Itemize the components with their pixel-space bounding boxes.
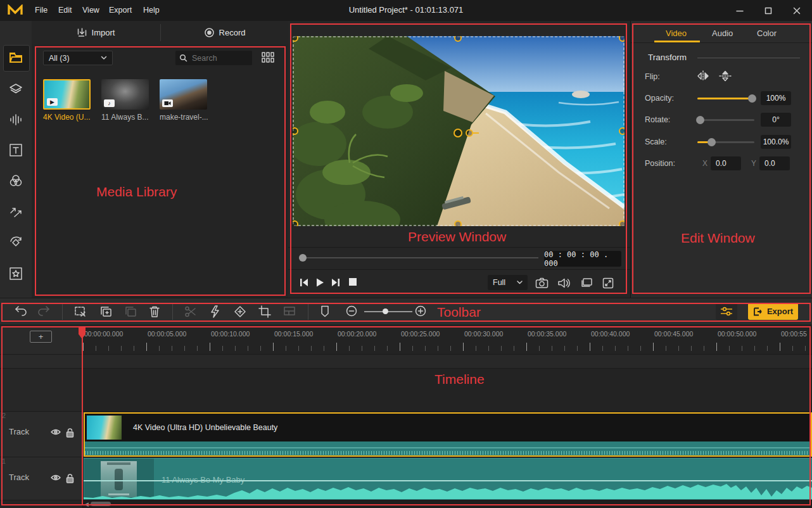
search-input[interactable]: [191, 53, 247, 63]
auto-enhance-icon[interactable]: [210, 305, 222, 318]
flip-horizontal-icon[interactable]: [696, 70, 710, 82]
overlays-layers-icon[interactable]: [8, 82, 23, 97]
clip-thumbnail: [87, 416, 122, 440]
tab-audio[interactable]: Audio: [712, 29, 733, 38]
transitions-icon[interactable]: [8, 204, 23, 219]
marker-icon[interactable]: [320, 305, 333, 318]
opacity-value[interactable]: 100%: [761, 91, 791, 105]
track-2-header[interactable]: 2 Track: [0, 412, 83, 457]
track-name: Track: [9, 473, 29, 482]
timeline-empty-strip[interactable]: [0, 355, 812, 369]
audio-clip[interactable]: 11 Always Be My Baby: [84, 458, 812, 500]
filters-icon[interactable]: [8, 173, 23, 188]
rotate-slider[interactable]: [697, 119, 754, 121]
audio-waveform-icon[interactable]: [8, 112, 23, 127]
title-bar: File Edit View Export Help Untitled Proj…: [0, 0, 812, 22]
text-tool-icon[interactable]: [8, 143, 23, 158]
duplicate-icon[interactable]: [99, 305, 112, 318]
opacity-slider[interactable]: [697, 98, 754, 99]
dual-display-icon[interactable]: [580, 277, 593, 290]
track-visibility-eye-icon[interactable]: [51, 428, 61, 437]
scrollbar-corner: [0, 500, 83, 508]
scrollbar-thumb[interactable]: [91, 502, 111, 506]
media-item-travel[interactable]: make-travel-...: [160, 79, 208, 122]
toolbar-divider: [308, 303, 308, 320]
zoom-in-icon[interactable]: [415, 305, 428, 318]
track-visibility-eye-icon[interactable]: [51, 474, 61, 483]
tab-video[interactable]: Video: [666, 29, 687, 38]
timeline-zoom-slider-thumb[interactable]: [383, 308, 388, 314]
import-button[interactable]: Import: [32, 21, 160, 44]
arrange-icon[interactable]: [283, 305, 296, 318]
track-1-header[interactable]: 1 Track: [0, 457, 83, 500]
effects-icon[interactable]: [8, 266, 23, 281]
playhead-line[interactable]: [82, 326, 83, 505]
close-button[interactable]: [784, 0, 809, 21]
timeline-track-2: 2 Track 4K Video (Ultra HD) Unbelievable…: [0, 412, 812, 457]
section-divider: [697, 58, 800, 58]
seek-slider-track[interactable]: [303, 257, 538, 258]
stop-icon[interactable]: [348, 277, 361, 290]
filter-value: All (3): [49, 54, 70, 63]
behaviors-icon[interactable]: [8, 235, 23, 250]
record-button[interactable]: Record: [161, 21, 288, 44]
video-badge-icon: ▶: [47, 98, 58, 106]
scroll-left-arrow-icon[interactable]: ◀: [84, 501, 89, 507]
position-y-input[interactable]: 0.0: [759, 156, 790, 170]
fullscreen-icon[interactable]: [602, 277, 615, 290]
clip-volume-line[interactable]: [84, 480, 812, 481]
edit-window-annotation: Edit Window: [681, 231, 755, 246]
scale-slider[interactable]: [697, 141, 754, 143]
preview-video-frame[interactable]: [293, 36, 625, 226]
cut-selection-icon[interactable]: [74, 305, 87, 318]
next-frame-icon[interactable]: [331, 277, 343, 290]
media-item-audio[interactable]: ♪ 11 Always B...: [101, 79, 149, 122]
zoom-out-icon[interactable]: [346, 305, 358, 318]
opacity-label: Opacity:: [645, 94, 674, 103]
undo-icon[interactable]: [14, 305, 27, 318]
timeline-panel: + 00:00:00.000 00:00:05.000 00:00:10.000…: [0, 324, 812, 508]
position-x-input[interactable]: 0.0: [711, 156, 741, 170]
redo-icon[interactable]: [38, 305, 51, 318]
scale-value[interactable]: 100.0%: [761, 135, 791, 149]
project-settings-button[interactable]: [716, 303, 737, 320]
media-item-4k-video[interactable]: ▶ 4K Video (U...: [43, 79, 91, 122]
timeline-zoom-slider-track[interactable]: [364, 311, 412, 312]
ruler-major-ticks[interactable]: [83, 343, 812, 351]
maximize-button[interactable]: [756, 0, 781, 21]
delete-trash-icon[interactable]: [149, 305, 162, 318]
video-clip-audio-section: [85, 441, 811, 455]
seek-slider-thumb[interactable]: [299, 254, 307, 262]
rotate-value[interactable]: 0°: [761, 113, 791, 127]
media-item-label: 4K Video (U...: [43, 113, 91, 122]
export-button[interactable]: Export: [748, 303, 798, 320]
search-box[interactable]: [175, 51, 252, 65]
library-filter-dropdown[interactable]: All (3): [43, 51, 113, 65]
speaker-icon[interactable]: [557, 277, 570, 290]
track-lock-icon[interactable]: [66, 428, 76, 437]
crop-icon[interactable]: [258, 305, 271, 318]
split-scissors-icon[interactable]: [184, 305, 197, 318]
paste-icon[interactable]: [124, 305, 137, 318]
minimize-button[interactable]: [727, 0, 752, 21]
position-x-label: X: [702, 159, 707, 168]
play-icon[interactable]: [315, 277, 327, 290]
timeline-empty-track[interactable]: [0, 369, 812, 412]
toolbar-divider: [62, 303, 63, 320]
tool-sidebar: [0, 21, 32, 298]
flip-vertical-icon[interactable]: [718, 70, 732, 82]
add-keyframe-icon[interactable]: [234, 305, 246, 318]
video-clip[interactable]: 4K Video (Ultra HD) Unbelievable Beauty: [84, 412, 812, 457]
preview-zoom-dropdown[interactable]: Full: [488, 275, 528, 290]
previous-frame-icon[interactable]: [299, 277, 312, 290]
track-lock-icon[interactable]: [66, 474, 76, 483]
clip-volume-line[interactable]: [85, 447, 811, 448]
tab-color[interactable]: Color: [757, 29, 777, 38]
media-folder-icon[interactable]: [8, 50, 23, 65]
add-track-button[interactable]: +: [30, 331, 52, 343]
timeline-track-1: 1 Track 11 Always Be My Baby: [0, 457, 812, 500]
section-title: Transform: [648, 53, 687, 62]
snapshot-camera-icon[interactable]: [535, 277, 548, 290]
zoom-value: Full: [493, 278, 505, 287]
grid-view-icon[interactable]: [262, 52, 275, 63]
